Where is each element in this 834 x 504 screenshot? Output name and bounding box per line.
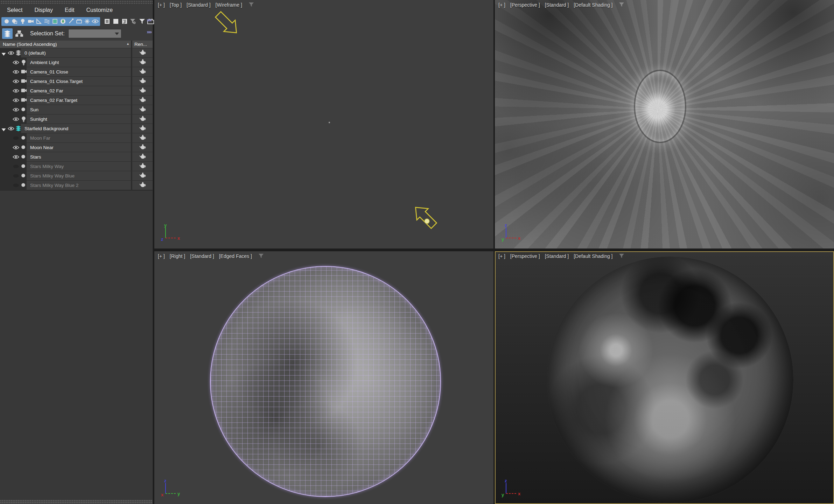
eye-visible-icon[interactable]: [8, 126, 14, 132]
eye-visible-icon[interactable]: [13, 107, 19, 113]
renderable-cell[interactable]: [132, 133, 153, 142]
column-header-name[interactable]: Name (Sorted Ascending): [0, 41, 131, 48]
viewport-perspective-close[interactable]: [+ ] [Perspective ] [Standard ] [Default…: [495, 0, 834, 248]
viewport-shading-button[interactable]: [Default Shading ]: [574, 2, 612, 8]
menu-customize[interactable]: Customize: [86, 7, 113, 13]
expand-triangle-icon[interactable]: [1, 127, 6, 133]
viewport-renderer-button[interactable]: [Standard ]: [187, 2, 211, 8]
renderable-cell[interactable]: [132, 58, 153, 67]
list-item[interactable]: Stars Milky Way Blue 2: [0, 181, 153, 190]
renderable-cell[interactable]: [132, 105, 153, 114]
list-item[interactable]: Camera_01 Close: [0, 67, 153, 76]
renderable-cell[interactable]: [132, 86, 153, 95]
space-warps-icon[interactable]: [43, 18, 50, 25]
column-header-render[interactable]: Ren...: [132, 41, 153, 48]
list-item[interactable]: Stars: [0, 152, 153, 161]
menu-edit[interactable]: Edit: [65, 7, 75, 13]
viewport-menu-button[interactable]: [+ ]: [498, 253, 505, 259]
panel-footer-grip[interactable]: [0, 500, 153, 504]
viewport-menu-button[interactable]: [+ ]: [498, 2, 505, 8]
renderable-cell[interactable]: [132, 152, 153, 161]
eye-visible-icon[interactable]: [13, 117, 19, 123]
list-item[interactable]: Sun: [0, 105, 153, 114]
list-item[interactable]: Moon Near: [0, 143, 153, 152]
renderable-cell[interactable]: [132, 77, 153, 86]
eye-visible-icon[interactable]: [13, 154, 19, 161]
viewport-view-button[interactable]: [Perspective ]: [510, 2, 540, 8]
panel-drag-grip[interactable]: [0, 0, 153, 4]
viewport-filter-icon[interactable]: [619, 2, 624, 7]
viewport-filter-icon[interactable]: [258, 253, 264, 258]
outline-view-icon[interactable]: [121, 18, 128, 25]
renderable-cell[interactable]: [132, 171, 153, 180]
list-item[interactable]: Camera_02 Far: [0, 86, 153, 95]
shapes-icon[interactable]: [11, 18, 18, 25]
renderable-cell[interactable]: [132, 124, 153, 133]
eye-hidden-icon[interactable]: [13, 183, 19, 189]
list-item[interactable]: Starfield Background: [0, 124, 153, 133]
viewport-perspective-far-active[interactable]: [+ ] [Perspective ] [Standard ] [Default…: [495, 251, 834, 504]
viewport-shading-button[interactable]: [Wireframe ]: [216, 2, 242, 8]
viewport-shading-button[interactable]: [Default Shading ]: [574, 253, 612, 259]
xrefs-icon[interactable]: [59, 18, 66, 25]
full-moon-render[interactable]: [547, 257, 793, 503]
sort-by-hierarchy-button[interactable]: [14, 28, 24, 39]
viewport-renderer-button[interactable]: [Standard ]: [190, 253, 214, 259]
moon-wireframe-sphere[interactable]: [210, 266, 441, 497]
eye-visible-icon[interactable]: [8, 50, 14, 57]
menu-select[interactable]: Select: [7, 7, 22, 13]
renderable-cell[interactable]: [132, 143, 153, 152]
groups-icon[interactable]: [51, 18, 58, 25]
expand-triangle-icon[interactable]: [1, 51, 6, 57]
list-view-icon[interactable]: [103, 18, 111, 25]
renderable-cell[interactable]: [132, 114, 153, 124]
filter-icon[interactable]: [138, 18, 146, 25]
viewport-view-button[interactable]: [Right ]: [170, 253, 185, 259]
sort-by-layer-button[interactable]: [2, 28, 13, 39]
viewport-view-button[interactable]: [Perspective ]: [510, 253, 540, 259]
lights-icon[interactable]: [19, 18, 26, 25]
helpers-icon[interactable]: [35, 18, 42, 25]
sunlight-direction-gizmo[interactable]: [410, 202, 440, 231]
list-item[interactable]: Camera_01 Close.Target: [0, 77, 153, 86]
list-item[interactable]: Ambient Light: [0, 58, 153, 67]
toolbar-overflow-chevron[interactable]: »»: [147, 17, 151, 23]
renderable-cell[interactable]: [132, 181, 153, 190]
containers-icon[interactable]: [75, 18, 83, 25]
eye-visible-icon[interactable]: [13, 69, 19, 76]
menu-display[interactable]: Display: [34, 7, 52, 13]
moon-object-dot[interactable]: [329, 122, 330, 123]
viewport-menu-button[interactable]: [+ ]: [158, 253, 165, 259]
list-item[interactable]: Sunlight: [0, 114, 153, 124]
list-item[interactable]: Moon Far: [0, 133, 153, 142]
detail-view-icon[interactable]: [112, 18, 119, 25]
geometry-icon[interactable]: [3, 18, 10, 25]
viewport-filter-icon[interactable]: [248, 2, 254, 7]
renderable-cell[interactable]: [132, 162, 153, 171]
selection-overflow-chevron[interactable]: »»: [147, 29, 151, 35]
eye-visible-icon[interactable]: [13, 79, 19, 85]
selection-set-dropdown[interactable]: [68, 29, 121, 38]
eye-hidden-icon[interactable]: [13, 173, 19, 180]
eye-visible-icon[interactable]: [13, 60, 19, 66]
viewport-right[interactable]: [+ ] [Right ] [Standard ] [Edged Faces ]…: [154, 251, 493, 504]
viewport-shading-button[interactable]: [Edged Faces ]: [219, 253, 252, 259]
cameras-icon[interactable]: [27, 18, 34, 25]
eye-visible-icon[interactable]: [13, 98, 19, 104]
renderable-cell[interactable]: [132, 67, 153, 76]
renderable-cell[interactable]: [132, 96, 153, 105]
list-item[interactable]: Stars Milky Way: [0, 162, 153, 171]
eye-visible-icon[interactable]: [13, 88, 19, 94]
viewport-renderer-button[interactable]: [Standard ]: [545, 2, 569, 8]
list-item[interactable]: Camera_02 Far.Target: [0, 96, 153, 105]
bones-icon[interactable]: [67, 18, 75, 25]
visibility-icon[interactable]: [91, 18, 99, 25]
list-item[interactable]: Stars Milky Way Blue: [0, 171, 153, 180]
eye-hidden-icon[interactable]: [13, 164, 19, 170]
viewport-filter-icon[interactable]: [619, 253, 624, 258]
eye-hidden-icon[interactable]: [13, 135, 19, 142]
systems-icon[interactable]: [83, 18, 91, 25]
list-item[interactable]: 0 (default): [0, 48, 153, 57]
filter-settings-icon[interactable]: [129, 18, 137, 25]
eye-visible-icon[interactable]: [13, 145, 19, 151]
